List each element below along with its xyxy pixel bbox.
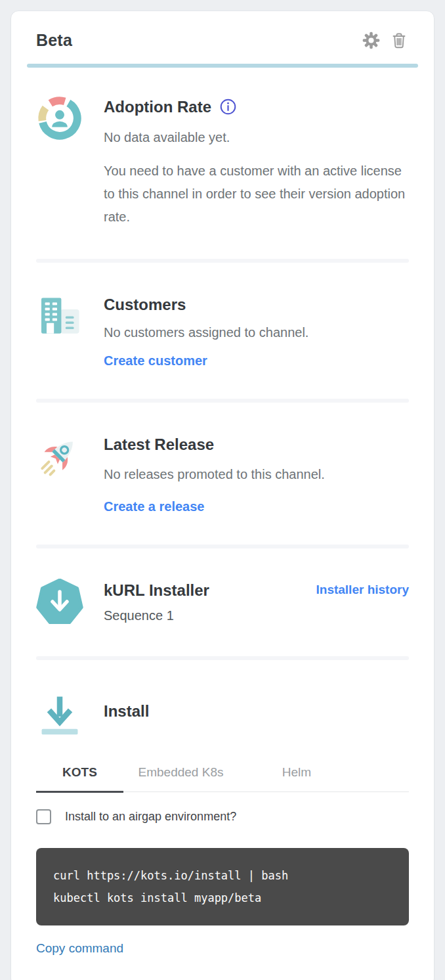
channel-title: Beta <box>36 31 72 50</box>
customers-empty-text: No customers assigned to channel. <box>104 321 409 344</box>
channel-card: Beta <box>11 11 434 980</box>
rocket-icon <box>36 433 83 484</box>
release-empty-text: No releases promoted to this channel. <box>104 463 409 486</box>
tab-embedded-k8s[interactable]: Embedded K8s <box>123 759 238 791</box>
tab-helm[interactable]: Helm <box>238 759 355 791</box>
card-content: Adoption Rate No data available yet. You… <box>11 95 434 980</box>
install-title: Install <box>104 701 409 721</box>
section-divider <box>36 259 409 263</box>
airgap-label[interactable]: Install to an airgap environment? <box>65 810 236 824</box>
airgap-option: Install to an airgap environment? <box>36 809 409 824</box>
kurl-installer-title: kURL Installer <box>104 580 209 600</box>
channel-accent-bar <box>27 64 418 68</box>
adoption-rate-title: Adoption Rate <box>104 97 211 117</box>
section-divider <box>36 545 409 548</box>
latest-release-section: Latest Release No releases promoted to t… <box>36 433 409 514</box>
installer-history-link[interactable]: Installer history <box>316 583 410 597</box>
kurl-installer-icon <box>36 579 83 626</box>
install-download-icon <box>36 690 83 740</box>
install-command-line-1: curl https://kots.io/install | bash <box>53 864 392 887</box>
create-customer-link[interactable]: Create customer <box>104 353 207 368</box>
tab-kots[interactable]: KOTS <box>36 759 123 791</box>
adoption-rate-section: Adoption Rate No data available yet. You… <box>36 95 409 229</box>
adoption-empty-title: No data available yet. <box>104 126 409 149</box>
card-header: Beta <box>11 11 434 50</box>
trash-icon[interactable] <box>391 32 408 49</box>
airgap-checkbox[interactable] <box>36 809 51 824</box>
create-release-link[interactable]: Create a release <box>104 499 204 514</box>
install-command-block[interactable]: curl https://kots.io/install | bash kube… <box>36 848 409 925</box>
installer-sequence: Sequence 1 <box>104 608 409 623</box>
install-command-line-2: kubectl kots install myapp/beta <box>53 887 392 909</box>
install-tabs: KOTS Embedded K8s Helm <box>36 759 409 792</box>
section-divider <box>36 399 409 403</box>
adoption-empty-body: You need to have a customer with an acti… <box>104 160 409 229</box>
copy-command-link[interactable]: Copy command <box>36 941 123 956</box>
gear-icon[interactable] <box>362 32 380 49</box>
customers-title: Customers <box>104 294 409 315</box>
customers-icon <box>36 293 83 342</box>
customers-section: Customers No customers assigned to chann… <box>36 293 409 368</box>
section-divider <box>36 656 409 660</box>
kurl-installer-section: kURL Installer Installer history Sequenc… <box>36 579 409 626</box>
header-actions <box>362 32 408 49</box>
adoption-rate-icon <box>36 95 83 141</box>
install-section-header: Install <box>36 690 409 740</box>
info-icon[interactable] <box>219 98 237 116</box>
latest-release-title: Latest Release <box>104 434 409 455</box>
